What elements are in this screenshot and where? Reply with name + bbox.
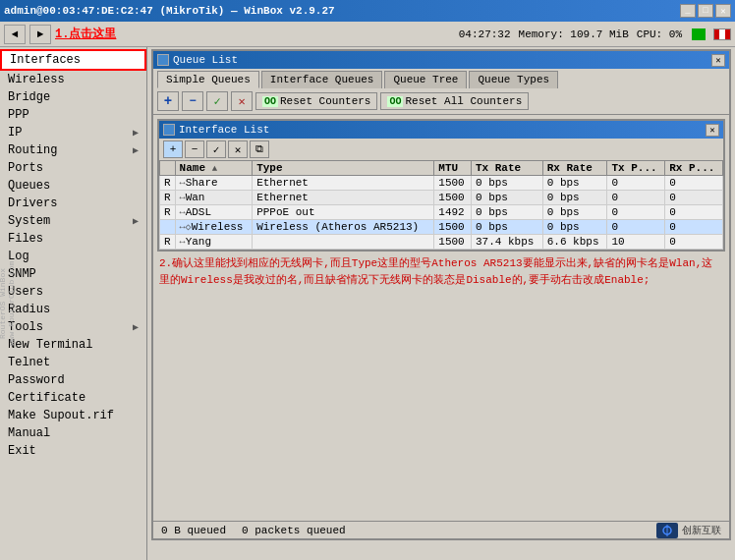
row-name: ↔◇Wireless — [175, 220, 253, 235]
col-txp[interactable]: Tx P... — [607, 161, 665, 176]
sidebar-item-certificate[interactable]: Certificate — [0, 389, 146, 407]
sidebar-item-wireless[interactable]: Wireless — [0, 71, 146, 88]
sidebar-label-users: Users — [8, 285, 43, 299]
table-row[interactable]: R↔ADSLPPPoE out14920 bps0 bps00 — [160, 205, 723, 220]
minimize-button[interactable]: _ — [680, 4, 696, 18]
sidebar-item-radius[interactable]: Radius — [0, 301, 146, 318]
remove-button[interactable]: − — [182, 91, 203, 111]
table-row[interactable]: ↔◇WirelessWireless (Atheros AR5213)15000… — [160, 220, 723, 235]
table-row[interactable]: R↔ShareEthernet15000 bps0 bps00 — [160, 176, 723, 191]
sidebar-item-tools[interactable]: Tools ▶ — [0, 318, 146, 336]
enable-button[interactable]: ✓ — [206, 91, 228, 111]
cpu-indicator — [692, 28, 706, 40]
main-layout: Interfaces Wireless Bridge PPP IP ▶ Rout… — [0, 47, 735, 560]
sidebar-label-bridge: Bridge — [8, 90, 50, 104]
row-type: PPPoE out — [253, 205, 434, 220]
tab-queue-tree[interactable]: Queue Tree — [384, 71, 467, 88]
row-type — [253, 235, 434, 250]
sidebar-item-ip[interactable]: IP ▶ — [0, 124, 146, 141]
sidebar-item-interfaces[interactable]: Interfaces — [0, 49, 146, 71]
add-button[interactable]: + — [157, 91, 179, 111]
row-rxp: 0 — [665, 191, 723, 205]
close-button[interactable]: ✕ — [715, 4, 731, 18]
sidebar-item-drivers[interactable]: Drivers — [0, 195, 146, 212]
sidebar-label-ip: IP — [8, 126, 22, 140]
back-button[interactable]: ◄ — [4, 25, 26, 44]
sidebar: Interfaces Wireless Bridge PPP IP ▶ Rout… — [0, 47, 147, 560]
annotation-text: 2.确认这里能找到相应的无线网卡,而且Type这里的型号Atheros AR52… — [159, 255, 723, 288]
main-toolbar: ◄ ► 1.点击这里 04:27:32 Memory: 109.7 MiB CP… — [0, 22, 735, 47]
forward-button[interactable]: ► — [29, 25, 51, 44]
row-type: Ethernet — [253, 191, 434, 205]
sidebar-item-telnet[interactable]: Telnet — [0, 354, 146, 371]
col-txrate[interactable]: Tx Rate — [471, 161, 542, 176]
reset-counters-oo: OO — [262, 96, 278, 107]
sidebar-label-password: Password — [8, 373, 65, 387]
sidebar-item-manual[interactable]: Manual — [0, 424, 146, 442]
name-sort-icon: ▲ — [212, 164, 217, 174]
reset-all-counters-button[interactable]: OO Reset All Counters — [380, 92, 529, 110]
disable-button[interactable]: ✕ — [231, 91, 253, 111]
sidebar-item-files[interactable]: Files — [0, 230, 146, 248]
table-row[interactable]: R↔WanEthernet15000 bps0 bps00 — [160, 191, 723, 205]
click-here-label[interactable]: 1.点击这里 — [55, 26, 116, 42]
sidebar-label-interfaces: Interfaces — [10, 53, 81, 67]
sidebar-item-queues[interactable]: Queues — [0, 177, 146, 195]
sidebar-label-newterminal: New Terminal — [8, 338, 92, 352]
row-txrate: 0 bps — [471, 191, 542, 205]
queue-list-title-bar: Queue List ✕ — [153, 51, 729, 69]
reset-counters-button[interactable]: OO Reset Counters — [255, 92, 377, 110]
sidebar-item-routing[interactable]: Routing ▶ — [0, 141, 146, 159]
system-arrow: ▶ — [133, 215, 139, 227]
sidebar-label-log: Log — [8, 250, 29, 263]
sidebar-item-log[interactable]: Log — [0, 248, 146, 265]
interface-table-container[interactable]: Name ▲ Type MTU Tx Rate Rx Rate Tx P... … — [159, 160, 723, 250]
sidebar-item-ports[interactable]: Ports — [0, 159, 146, 177]
col-rxrate[interactable]: Rx Rate — [542, 161, 607, 176]
table-row[interactable]: R↔Yang150037.4 kbps6.6 kbps100 — [160, 235, 723, 250]
queued-status: 0 B queued — [161, 525, 226, 536]
iface-disable-button[interactable]: ✕ — [228, 140, 248, 158]
iface-add-button[interactable]: + — [163, 140, 183, 158]
content-area: Queue List ✕ Simple Queues Interface Que… — [147, 47, 735, 560]
iface-remove-button[interactable]: − — [185, 140, 204, 158]
sidebar-label-telnet: Telnet — [8, 356, 50, 369]
iface-copy-button[interactable]: ⧉ — [250, 140, 269, 158]
row-rxp: 0 — [665, 220, 723, 235]
col-type[interactable]: Type — [253, 161, 434, 176]
sidebar-item-snmp[interactable]: SNMP — [0, 265, 146, 283]
iface-check-button[interactable]: ✓ — [206, 140, 226, 158]
row-type: Ethernet — [253, 176, 434, 191]
row-flag: R — [160, 205, 176, 220]
sidebar-item-newterminal[interactable]: New Terminal — [0, 336, 146, 354]
tab-simple-queues[interactable]: Simple Queues — [157, 71, 259, 88]
interface-list-close[interactable]: ✕ — [706, 124, 719, 137]
col-rxp[interactable]: Rx P... — [665, 161, 723, 176]
sidebar-label-queues: Queues — [8, 179, 50, 193]
logo-brand: 创新互联 — [682, 524, 721, 537]
sidebar-item-bridge[interactable]: Bridge — [0, 88, 146, 106]
routerclub-logo: 创新互联 — [656, 523, 721, 538]
sidebar-item-system[interactable]: System ▶ — [0, 212, 146, 230]
sidebar-item-users[interactable]: Users — [0, 283, 146, 301]
row-flag: R — [160, 176, 176, 191]
sidebar-item-makesupout[interactable]: Make Supout.rif — [0, 407, 146, 424]
sidebar-item-exit[interactable]: Exit — [0, 442, 146, 460]
sidebar-label-ports: Ports — [8, 161, 43, 175]
tab-queue-types[interactable]: Queue Types — [469, 71, 558, 88]
sidebar-item-password[interactable]: Password — [0, 371, 146, 389]
sidebar-label-radius: Radius — [8, 303, 50, 316]
col-name[interactable]: Name ▲ — [175, 161, 253, 176]
sidebar-item-ppp[interactable]: PPP — [0, 106, 146, 124]
reset-all-label: Reset All Counters — [405, 95, 522, 107]
maximize-button[interactable]: □ — [698, 4, 713, 18]
reset-all-oo: OO — [387, 96, 403, 107]
queue-list-close[interactable]: ✕ — [711, 54, 725, 67]
col-flag[interactable] — [160, 161, 176, 176]
queue-tab-bar: Simple Queues Interface Queues Queue Tre… — [153, 69, 729, 88]
col-mtu[interactable]: MTU — [434, 161, 472, 176]
sidebar-label-ppp: PPP — [8, 108, 29, 122]
row-mtu: 1500 — [434, 191, 472, 205]
row-txp: 0 — [607, 205, 665, 220]
tab-interface-queues[interactable]: Interface Queues — [261, 71, 383, 88]
